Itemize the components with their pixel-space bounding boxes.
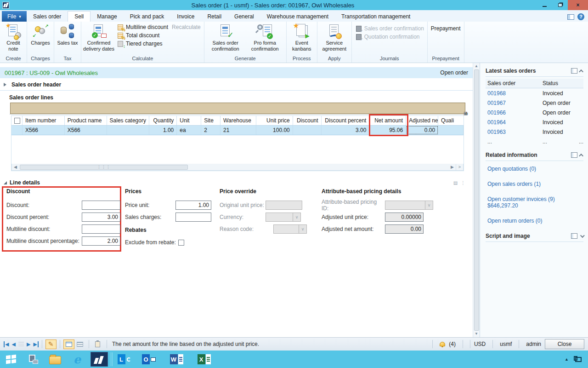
paste-button[interactable] bbox=[92, 339, 103, 349]
column-header[interactable]: Product name bbox=[65, 116, 107, 125]
multiline-discount-button[interactable]: % Multiline discount bbox=[117, 24, 168, 30]
discount-input[interactable] bbox=[82, 201, 120, 210]
currency-indicator[interactable]: USD bbox=[474, 341, 486, 347]
cell-adjusted-net[interactable]: 0.00 bbox=[406, 126, 438, 135]
network-icon[interactable] bbox=[575, 357, 582, 362]
confirmed-delivery-dates-button[interactable]: ✓ Confirmed delivery dates bbox=[83, 23, 115, 55]
list-item[interactable]: 001964 Invoiced bbox=[486, 117, 583, 127]
collapse-icon[interactable] bbox=[4, 181, 7, 184]
collapse-chevron-icon[interactable] bbox=[579, 153, 583, 158]
column-header[interactable]: Quantity bbox=[149, 116, 177, 125]
tab-retail[interactable]: Retail bbox=[201, 11, 228, 22]
file-menu-button[interactable]: File▾ bbox=[2, 11, 27, 22]
select-all-checkbox[interactable] bbox=[14, 118, 20, 124]
scrollbar-thumb[interactable] bbox=[474, 69, 479, 331]
excel-button[interactable]: X bbox=[190, 351, 218, 368]
help-icon[interactable]: ? bbox=[577, 13, 584, 20]
notification-count[interactable]: (4) bbox=[449, 341, 456, 347]
column-header[interactable]: Adjusted ne... bbox=[406, 116, 438, 125]
dynamics-ax-button[interactable] bbox=[88, 351, 110, 368]
scroll-end-icon[interactable]: > bbox=[456, 164, 463, 170]
column-header[interactable]: Site bbox=[201, 116, 220, 125]
tab-general[interactable]: General bbox=[228, 11, 260, 22]
expand-icon[interactable] bbox=[4, 83, 8, 86]
row-selector-cell[interactable] bbox=[11, 126, 23, 135]
scroll-left-icon[interactable]: ◀ bbox=[12, 164, 19, 170]
grid-horizontal-scrollbar[interactable]: ◀ ⋮⋮⋮ ▶ > bbox=[11, 164, 464, 171]
tiered-charges-button[interactable]: ↕ Tiered charges bbox=[117, 40, 201, 47]
collapse-chevron-icon[interactable] bbox=[579, 69, 583, 74]
cell-sales-category[interactable] bbox=[107, 126, 150, 135]
prepayment-button[interactable]: Prepayment bbox=[431, 25, 461, 32]
sales-tax-button[interactable]: Sales tax bbox=[56, 23, 79, 55]
tab-pick-and-pack[interactable]: Pick and pack bbox=[124, 11, 171, 22]
file-explorer-button[interactable] bbox=[44, 351, 66, 368]
cell-item-number[interactable]: X566 bbox=[23, 126, 65, 135]
scroll-up-icon[interactable]: ▲ bbox=[475, 64, 478, 69]
outlook-button[interactable]: O bbox=[135, 351, 163, 368]
open-customer-invoices-link[interactable]: Open customer invoices (9) $646,297.20 bbox=[487, 196, 583, 209]
column-header[interactable]: Discount percent bbox=[322, 116, 370, 125]
open-quotations-link[interactable]: Open quotations (0) bbox=[487, 166, 583, 172]
column-header[interactable]: Warehouse bbox=[220, 116, 256, 125]
notifications-bell-icon[interactable] bbox=[440, 342, 445, 346]
lync-button[interactable]: L bbox=[113, 351, 135, 368]
factbox-icon[interactable] bbox=[571, 152, 577, 158]
column-header[interactable]: Item number bbox=[23, 116, 65, 125]
layout-icon[interactable] bbox=[567, 14, 574, 20]
server-manager-button[interactable] bbox=[22, 351, 44, 368]
multiline-discount-percentage-input[interactable]: 2.00 bbox=[82, 236, 120, 246]
company-indicator[interactable]: usmf bbox=[500, 341, 512, 347]
last-record-button[interactable]: ▶ bbox=[33, 341, 38, 347]
product-and-supply-menu[interactable]: ▣ Product and supply▾ bbox=[294, 104, 357, 114]
list-item[interactable]: 001967 Open order bbox=[486, 98, 583, 108]
cell-net-amount[interactable]: 95.06 bbox=[369, 126, 406, 135]
grid-row-selected[interactable]: X566 X566 1.00 ea 2 21 100.00 3.00 95.06… bbox=[11, 126, 464, 135]
cell-quantity[interactable]: 1.00 bbox=[149, 126, 177, 135]
cell-unit-price[interactable]: 100.00 bbox=[256, 126, 293, 135]
minimize-button[interactable] bbox=[537, 0, 552, 10]
pro-forma-confirmation-button[interactable]: ✓ Pro forma confirmation bbox=[245, 23, 285, 55]
restore-button[interactable] bbox=[552, 0, 568, 10]
service-agreement-button[interactable]: Service agreement bbox=[319, 23, 350, 55]
event-kanbans-button[interactable]: ★ ▶ Event kanbans bbox=[288, 23, 316, 55]
cell-product-name[interactable]: X566 bbox=[65, 126, 107, 135]
cell-site[interactable]: 2 bbox=[201, 126, 220, 135]
tab-warehouse-management[interactable]: Warehouse management bbox=[260, 11, 335, 22]
splitter-handle[interactable]: ▤ ⋮ bbox=[453, 180, 466, 185]
tab-transportation-management[interactable]: Transportation management bbox=[335, 11, 417, 22]
column-header-net-amount[interactable]: Net amount bbox=[369, 116, 406, 125]
tab-sales-order[interactable]: Sales order bbox=[27, 11, 68, 22]
previous-record-button[interactable]: ◀ bbox=[11, 341, 15, 347]
cell-discount[interactable] bbox=[293, 126, 322, 135]
cell-qualifier[interactable] bbox=[438, 126, 464, 135]
sales-order-header-section[interactable]: Sales order header bbox=[0, 79, 473, 91]
word-button[interactable]: W bbox=[163, 351, 190, 368]
edit-mode-button[interactable]: ✎ bbox=[45, 339, 57, 349]
tab-manage[interactable]: Manage bbox=[90, 11, 123, 22]
cell-discount-percent[interactable]: 3.00 bbox=[322, 126, 370, 135]
tab-invoice[interactable]: Invoice bbox=[170, 11, 201, 22]
cell-warehouse[interactable]: 21 bbox=[220, 126, 256, 135]
tray-expand-icon[interactable]: ▲ bbox=[565, 357, 569, 362]
internet-explorer-button[interactable]: e bbox=[66, 351, 88, 368]
open-return-orders-link[interactable]: Open return orders (0) bbox=[487, 218, 583, 224]
list-item[interactable]: 001966 Open order bbox=[486, 108, 583, 117]
scrollbar-thumb[interactable]: ⋮⋮⋮ bbox=[20, 165, 188, 170]
grid-view-button[interactable] bbox=[74, 339, 85, 349]
credit-note-button[interactable]: ★ Credit note bbox=[1, 23, 25, 55]
tab-sell[interactable]: Sell bbox=[68, 11, 90, 22]
multiline-discount-input[interactable] bbox=[82, 224, 120, 234]
next-record-button[interactable]: ▶ bbox=[27, 341, 30, 347]
column-header[interactable]: Discount bbox=[293, 116, 322, 125]
sales-order-confirmation-button[interactable]: ✓ Sales order confirmation bbox=[206, 23, 245, 55]
charges-button[interactable]: ↗ ↙ Charges bbox=[28, 23, 52, 55]
scroll-right-icon[interactable]: ▶ bbox=[449, 164, 456, 170]
sales-charges-input[interactable] bbox=[175, 213, 211, 222]
line-details-section[interactable]: Line details ▤ ⋮ bbox=[4, 178, 466, 187]
total-discount-button[interactable]: % Total discount bbox=[117, 32, 201, 39]
scroll-down-icon[interactable]: ▼ bbox=[475, 332, 478, 336]
details-view-button[interactable] bbox=[63, 339, 74, 349]
column-header[interactable]: Unit price bbox=[256, 116, 293, 125]
start-button[interactable] bbox=[0, 351, 22, 368]
